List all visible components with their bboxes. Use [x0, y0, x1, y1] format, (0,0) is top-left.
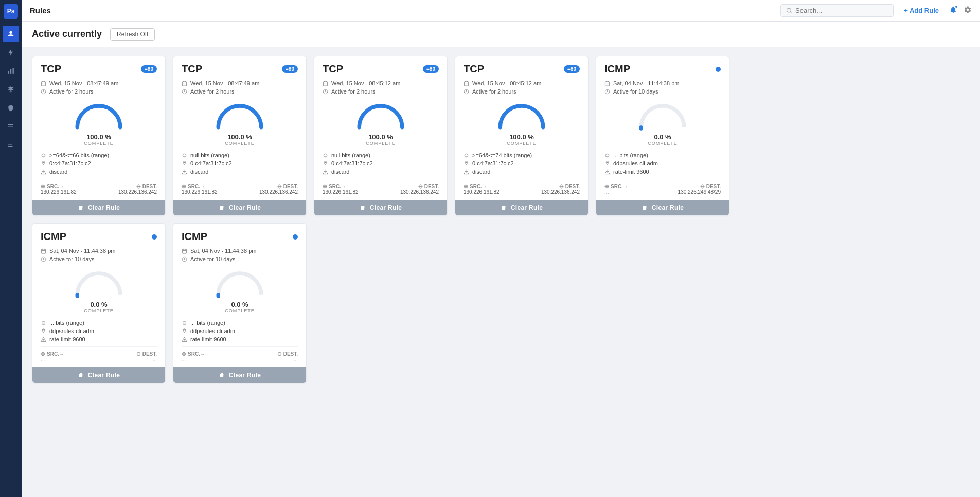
card-mac: 0:c4:7a:31:7c:c2: [331, 160, 373, 167]
card-mac: ddpsrules-cli-adm: [190, 328, 235, 334]
dest-value: 130.226.136.242: [259, 189, 298, 195]
svg-rect-21: [182, 81, 186, 85]
clock-icon: [41, 256, 46, 262]
clock-icon: [41, 89, 46, 95]
dest-icon: [136, 352, 141, 356]
svg-point-33: [325, 155, 325, 155]
dest-label: DEST.: [277, 183, 298, 189]
warning-icon: [182, 337, 187, 342]
src-icon: [323, 184, 327, 189]
calendar-icon: [41, 81, 46, 86]
card-action: rate-limit 9600: [190, 336, 226, 342]
sidebar-item-shield[interactable]: [3, 100, 19, 116]
src-value: 130.226.161.82: [323, 189, 359, 195]
badge-dot: [716, 67, 721, 72]
cards-row-1: TCP =80 Wed, 15 Nov - 08:47:49 am Active…: [32, 56, 970, 216]
card-protocol: TCP: [41, 63, 61, 75]
src-icon: [41, 184, 45, 189]
src-icon: [604, 184, 609, 189]
svg-point-10: [787, 8, 791, 12]
trash-icon: [219, 372, 225, 378]
card-spacer: [455, 223, 589, 383]
sidebar: Ps: [0, 0, 22, 497]
card-spacer: [596, 223, 729, 383]
clear-rule-button[interactable]: Clear Rule: [173, 367, 306, 383]
clear-rule-button[interactable]: Clear Rule: [596, 200, 729, 215]
trash-icon: [78, 372, 84, 378]
refresh-button[interactable]: Refresh Off: [110, 28, 155, 41]
sidebar-item-user[interactable]: [3, 26, 19, 42]
gauge-label: COMPLETE: [366, 141, 396, 146]
sidebar-item-menu2[interactable]: [3, 137, 19, 153]
clear-rule-button[interactable]: Clear Rule: [173, 200, 306, 215]
dest-icon: [418, 184, 423, 189]
src-label: SRC.→: [323, 183, 346, 189]
sidebar-item-layers[interactable]: [3, 81, 19, 98]
clear-rule-button[interactable]: Clear Rule: [455, 200, 588, 215]
sidebar-item-flash[interactable]: [3, 44, 19, 61]
notification-bell[interactable]: [949, 6, 957, 16]
card-bits: >=64&<=66 bits (range): [49, 152, 109, 158]
card-spacer: [314, 223, 448, 383]
svg-point-62: [43, 329, 44, 330]
svg-point-51: [607, 155, 607, 155]
dest-value: 130.226.136.242: [400, 189, 439, 195]
search-input[interactable]: [795, 7, 888, 14]
svg-point-54: [607, 173, 608, 173]
svg-point-41: [465, 154, 468, 157]
src-label: SRC.→: [464, 183, 487, 189]
svg-point-16: [44, 155, 44, 155]
gauge-label: COMPLETE: [84, 141, 114, 146]
clear-rule-button[interactable]: Clear Rule: [314, 200, 447, 215]
dest-label: DEST.: [136, 351, 157, 357]
svg-rect-7: [8, 143, 13, 143]
bug-icon: [464, 153, 469, 158]
src-label: SRC.→: [182, 183, 205, 189]
svg-point-45: [466, 173, 467, 173]
dest-label: DEST.: [418, 183, 439, 189]
pin-icon: [323, 161, 328, 167]
gauge-pct: 100.0 %: [86, 133, 111, 141]
gauge-pct: 0.0 %: [231, 301, 248, 308]
add-rule-button[interactable]: + Add Rule: [900, 5, 943, 16]
svg-point-32: [324, 154, 327, 157]
cards-row-2: ICMP Sat, 04 Nov - 11:44:38 pm Active fo…: [32, 223, 970, 383]
dest-icon: [700, 184, 705, 189]
clear-rule-button[interactable]: Clear Rule: [32, 367, 165, 383]
clock-icon: [464, 89, 469, 95]
gauge-pct: 100.0 %: [227, 133, 252, 141]
gauge-pct: 0.0 %: [90, 301, 107, 308]
card-action: rate-limit 9600: [613, 169, 649, 175]
bug-icon: [323, 153, 328, 158]
rule-card: ICMP Sat, 04 Nov - 11:44:38 pm Active fo…: [596, 56, 729, 216]
rule-card: ICMP Sat, 04 Nov - 11:44:38 pm Active fo…: [173, 223, 307, 383]
card-active: Active for 2 hours: [49, 88, 94, 95]
sidebar-item-menu1[interactable]: [3, 118, 19, 135]
clear-rule-button[interactable]: Clear Rule: [32, 200, 165, 215]
src-icon: [41, 352, 45, 356]
svg-point-44: [466, 162, 467, 163]
clock-icon: [182, 256, 187, 262]
settings-icon[interactable]: [964, 6, 972, 15]
card-date: Wed, 15 Nov - 08:47:49 am: [190, 80, 259, 86]
warning-icon: [604, 169, 610, 175]
svg-rect-4: [8, 124, 13, 125]
card-active: Active for 2 hours: [331, 88, 376, 95]
svg-line-11: [790, 12, 791, 13]
trash-icon: [78, 205, 84, 211]
calendar-icon: [182, 81, 187, 86]
svg-point-15: [43, 155, 43, 155]
svg-point-34: [326, 155, 326, 155]
svg-rect-2: [10, 69, 11, 74]
calendar-icon: [182, 248, 187, 254]
src-icon: [464, 184, 468, 189]
warning-icon: [182, 169, 187, 175]
gauge-pct: 100.0 %: [368, 133, 393, 141]
card-action: discard: [472, 169, 490, 175]
pin-icon: [604, 161, 610, 167]
sidebar-item-chart[interactable]: [3, 63, 19, 79]
card-mac: ddpsrules-cli-adm: [613, 160, 658, 167]
gauge-pct: 100.0 %: [509, 133, 534, 141]
svg-point-59: [42, 321, 45, 324]
svg-point-50: [605, 154, 609, 157]
